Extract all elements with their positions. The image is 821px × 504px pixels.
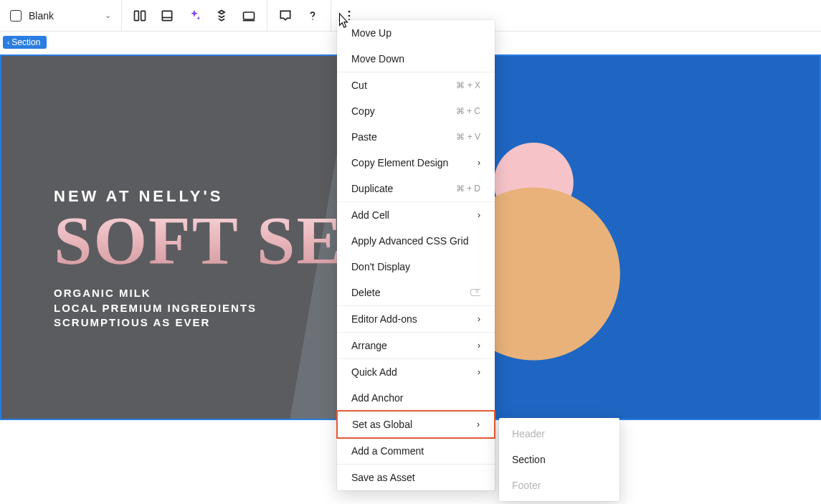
menu-arrange[interactable]: Arrange › [337, 333, 495, 358]
set-as-global-submenu: Header Section Footer [499, 418, 620, 501]
columns-button[interactable] [126, 2, 153, 29]
help-button[interactable] [299, 2, 326, 29]
shortcut-label: ⌘ + C [456, 106, 480, 116]
menu-cut[interactable]: Cut ⌘ + X [337, 72, 495, 98]
chevron-right-icon: › [478, 341, 480, 351]
chevron-right-icon: › [478, 367, 480, 377]
layout-icon [10, 10, 22, 22]
shortcut-label: ⌘ + D [456, 184, 480, 194]
menu-copy-element-design[interactable]: Copy Element Design › [337, 150, 495, 176]
chevron-left-icon: ‹ [7, 39, 9, 47]
device-button[interactable] [235, 2, 262, 29]
menu-set-as-global[interactable]: Set as Global › [336, 410, 495, 439]
menu-copy[interactable]: Copy ⌘ + C [337, 98, 495, 124]
menu-paste[interactable]: Paste ⌘ + V [337, 124, 495, 150]
section-breadcrumb-label: Section [11, 37, 40, 47]
chevron-down-icon: ⌄ [105, 11, 111, 20]
svg-rect-2 [162, 11, 171, 20]
svg-rect-4 [244, 12, 255, 19]
menu-move-down[interactable]: Move Down [337, 46, 495, 72]
menu-move-up[interactable]: Move Up [337, 20, 495, 46]
chevron-right-icon: › [477, 419, 480, 429]
menu-apply-css-grid[interactable]: Apply Advanced CSS Grid [337, 228, 495, 254]
toolbar-group-help [267, 0, 331, 32]
layout-label: Blank [29, 10, 98, 22]
menu-duplicate[interactable]: Duplicate ⌘ + D [337, 176, 495, 201]
save-layout-button[interactable] [153, 2, 181, 29]
menu-add-cell[interactable]: Add Cell › [337, 202, 495, 228]
context-menu: Move Up Move Down Cut ⌘ + X Copy ⌘ + C P… [337, 20, 495, 490]
layout-dropdown[interactable]: Blank ⌄ [0, 0, 122, 32]
section-breadcrumb[interactable]: ‹ Section [3, 36, 47, 49]
svg-rect-1 [141, 11, 146, 20]
chevron-right-icon: › [478, 158, 480, 168]
menu-quick-add[interactable]: Quick Add › [337, 359, 495, 385]
shortcut-label: ⌘ + V [456, 132, 480, 142]
shortcut-label: ⌘ + X [456, 80, 480, 90]
svg-point-8 [348, 14, 351, 16]
svg-rect-0 [135, 11, 139, 20]
menu-dont-display[interactable]: Don't Display [337, 254, 495, 280]
menu-add-anchor[interactable]: Add Anchor [337, 385, 495, 411]
submenu-header: Header [499, 421, 620, 447]
svg-point-6 [312, 19, 313, 20]
chevron-right-icon: › [478, 314, 480, 324]
backspace-icon [470, 289, 480, 296]
stack-button[interactable] [208, 2, 235, 29]
menu-delete[interactable]: Delete [337, 280, 495, 305]
ai-sparkle-button[interactable] [181, 2, 208, 29]
menu-add-comment[interactable]: Add a Comment [337, 438, 495, 464]
submenu-section[interactable]: Section [499, 447, 620, 472]
chevron-right-icon: › [478, 210, 480, 220]
submenu-footer: Footer [499, 472, 620, 498]
menu-save-as-asset[interactable]: Save as Asset [337, 465, 495, 490]
toolbar-group-layout [122, 0, 267, 32]
menu-editor-addons[interactable]: Editor Add-ons › [337, 306, 495, 332]
comment-button[interactable] [272, 2, 299, 29]
svg-point-7 [348, 10, 351, 12]
